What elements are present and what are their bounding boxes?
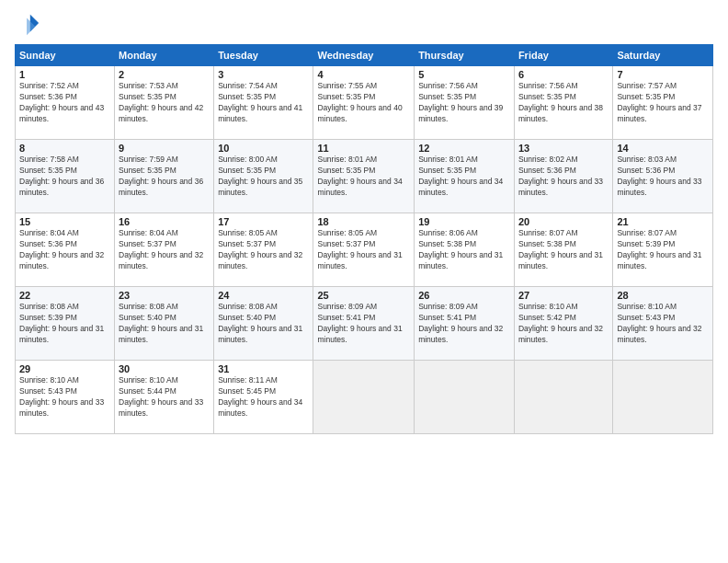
day-cell: 12 Sunrise: 8:01 AM Sunset: 5:35 PM Dayl… (415, 140, 515, 213)
day-cell: 31 Sunrise: 8:11 AM Sunset: 5:45 PM Dayl… (214, 361, 313, 434)
day-number: 16 (119, 216, 210, 227)
column-header-sunday: Sunday (16, 45, 115, 66)
day-info: Sunrise: 7:54 AM Sunset: 5:35 PM Dayligh… (218, 81, 309, 125)
day-number: 14 (617, 143, 709, 154)
day-number: 9 (119, 143, 210, 154)
day-cell: 28 Sunrise: 8:10 AM Sunset: 5:43 PM Dayl… (613, 287, 713, 361)
column-header-thursday: Thursday (415, 45, 515, 66)
day-info: Sunrise: 8:10 AM Sunset: 5:43 PM Dayligh… (617, 302, 709, 346)
day-number: 12 (418, 143, 510, 154)
day-number: 25 (317, 290, 410, 301)
day-info: Sunrise: 8:05 AM Sunset: 5:37 PM Dayligh… (218, 228, 309, 272)
day-info: Sunrise: 8:07 AM Sunset: 5:39 PM Dayligh… (617, 228, 709, 272)
day-info: Sunrise: 8:06 AM Sunset: 5:38 PM Dayligh… (418, 228, 510, 272)
day-cell: 25 Sunrise: 8:09 AM Sunset: 5:41 PM Dayl… (313, 287, 415, 361)
day-number: 29 (19, 363, 110, 374)
day-number: 18 (317, 216, 410, 227)
day-info: Sunrise: 8:08 AM Sunset: 5:40 PM Dayligh… (119, 302, 210, 346)
day-info: Sunrise: 7:55 AM Sunset: 5:35 PM Dayligh… (317, 81, 410, 125)
day-cell: 16 Sunrise: 8:04 AM Sunset: 5:37 PM Dayl… (115, 213, 214, 287)
day-cell: 29 Sunrise: 8:10 AM Sunset: 5:43 PM Dayl… (16, 361, 115, 434)
day-info: Sunrise: 7:56 AM Sunset: 5:35 PM Dayligh… (518, 81, 609, 125)
day-cell: 26 Sunrise: 8:09 AM Sunset: 5:41 PM Dayl… (415, 287, 515, 361)
week-row-3: 15 Sunrise: 8:04 AM Sunset: 5:36 PM Dayl… (16, 213, 713, 287)
day-number: 1 (19, 69, 110, 80)
calendar: SundayMondayTuesdayWednesdayThursdayFrid… (15, 44, 713, 434)
day-cell: 18 Sunrise: 8:05 AM Sunset: 5:37 PM Dayl… (313, 213, 415, 287)
day-number: 10 (218, 143, 309, 154)
week-row-5: 29 Sunrise: 8:10 AM Sunset: 5:43 PM Dayl… (16, 361, 713, 434)
day-info: Sunrise: 8:01 AM Sunset: 5:35 PM Dayligh… (418, 155, 510, 199)
day-info: Sunrise: 7:56 AM Sunset: 5:35 PM Dayligh… (418, 81, 510, 125)
day-info: Sunrise: 8:02 AM Sunset: 5:36 PM Dayligh… (518, 155, 609, 199)
header (15, 11, 713, 37)
calendar-body: 1 Sunrise: 7:52 AM Sunset: 5:36 PM Dayli… (16, 66, 713, 434)
column-header-saturday: Saturday (613, 45, 713, 66)
day-number: 26 (418, 290, 510, 301)
day-number: 23 (119, 290, 210, 301)
day-cell: 30 Sunrise: 8:10 AM Sunset: 5:44 PM Dayl… (115, 361, 214, 434)
day-number: 8 (19, 143, 110, 154)
day-info: Sunrise: 8:10 AM Sunset: 5:43 PM Dayligh… (19, 375, 110, 419)
column-header-wednesday: Wednesday (313, 45, 415, 66)
day-info: Sunrise: 8:09 AM Sunset: 5:41 PM Dayligh… (418, 302, 510, 346)
day-cell (514, 361, 612, 434)
day-cell: 24 Sunrise: 8:08 AM Sunset: 5:40 PM Dayl… (214, 287, 313, 361)
week-row-1: 1 Sunrise: 7:52 AM Sunset: 5:36 PM Dayli… (16, 66, 713, 140)
day-number: 3 (218, 69, 309, 80)
day-number: 7 (617, 69, 709, 80)
column-header-monday: Monday (115, 45, 214, 66)
day-info: Sunrise: 8:09 AM Sunset: 5:41 PM Dayligh… (317, 302, 410, 346)
day-info: Sunrise: 8:11 AM Sunset: 5:45 PM Dayligh… (218, 375, 309, 419)
day-info: Sunrise: 7:52 AM Sunset: 5:36 PM Dayligh… (19, 81, 110, 125)
day-cell: 2 Sunrise: 7:53 AM Sunset: 5:35 PM Dayli… (115, 66, 214, 140)
day-number: 4 (317, 69, 410, 80)
day-cell: 11 Sunrise: 8:01 AM Sunset: 5:35 PM Dayl… (313, 140, 415, 213)
day-number: 15 (19, 216, 110, 227)
day-cell: 1 Sunrise: 7:52 AM Sunset: 5:36 PM Dayli… (16, 66, 115, 140)
day-info: Sunrise: 8:00 AM Sunset: 5:35 PM Dayligh… (218, 155, 309, 199)
day-info: Sunrise: 8:10 AM Sunset: 5:44 PM Dayligh… (119, 375, 210, 419)
day-cell: 5 Sunrise: 7:56 AM Sunset: 5:35 PM Dayli… (415, 66, 515, 140)
day-number: 21 (617, 216, 709, 227)
week-row-4: 22 Sunrise: 8:08 AM Sunset: 5:39 PM Dayl… (16, 287, 713, 361)
day-cell (613, 361, 713, 434)
day-cell: 17 Sunrise: 8:05 AM Sunset: 5:37 PM Dayl… (214, 213, 313, 287)
day-cell: 9 Sunrise: 7:59 AM Sunset: 5:35 PM Dayli… (115, 140, 214, 213)
day-cell: 27 Sunrise: 8:10 AM Sunset: 5:42 PM Dayl… (514, 287, 612, 361)
day-info: Sunrise: 8:08 AM Sunset: 5:39 PM Dayligh… (19, 302, 110, 346)
day-number: 11 (317, 143, 410, 154)
day-cell: 21 Sunrise: 8:07 AM Sunset: 5:39 PM Dayl… (613, 213, 713, 287)
day-number: 30 (119, 363, 210, 374)
day-cell (313, 361, 415, 434)
week-row-2: 8 Sunrise: 7:58 AM Sunset: 5:35 PM Dayli… (16, 140, 713, 213)
day-cell: 8 Sunrise: 7:58 AM Sunset: 5:35 PM Dayli… (16, 140, 115, 213)
calendar-header-row: SundayMondayTuesdayWednesdayThursdayFrid… (16, 45, 713, 66)
day-cell: 22 Sunrise: 8:08 AM Sunset: 5:39 PM Dayl… (16, 287, 115, 361)
day-number: 13 (518, 143, 609, 154)
day-info: Sunrise: 8:05 AM Sunset: 5:37 PM Dayligh… (317, 228, 410, 272)
day-number: 24 (218, 290, 309, 301)
day-number: 22 (19, 290, 110, 301)
day-number: 17 (218, 216, 309, 227)
day-number: 2 (119, 69, 210, 80)
day-info: Sunrise: 7:58 AM Sunset: 5:35 PM Dayligh… (19, 155, 110, 199)
day-cell: 23 Sunrise: 8:08 AM Sunset: 5:40 PM Dayl… (115, 287, 214, 361)
day-cell: 15 Sunrise: 8:04 AM Sunset: 5:36 PM Dayl… (16, 213, 115, 287)
day-info: Sunrise: 8:03 AM Sunset: 5:36 PM Dayligh… (617, 155, 709, 199)
day-info: Sunrise: 8:10 AM Sunset: 5:42 PM Dayligh… (518, 302, 609, 346)
column-header-tuesday: Tuesday (214, 45, 313, 66)
day-number: 6 (518, 69, 609, 80)
day-cell: 7 Sunrise: 7:57 AM Sunset: 5:35 PM Dayli… (613, 66, 713, 140)
day-info: Sunrise: 7:53 AM Sunset: 5:35 PM Dayligh… (119, 81, 210, 125)
day-number: 19 (418, 216, 510, 227)
day-number: 5 (418, 69, 510, 80)
day-cell: 19 Sunrise: 8:06 AM Sunset: 5:38 PM Dayl… (415, 213, 515, 287)
day-info: Sunrise: 8:04 AM Sunset: 5:36 PM Dayligh… (19, 228, 110, 272)
logo (15, 11, 44, 37)
day-number: 27 (518, 290, 609, 301)
page: SundayMondayTuesdayWednesdayThursdayFrid… (0, 0, 728, 563)
day-info: Sunrise: 8:08 AM Sunset: 5:40 PM Dayligh… (218, 302, 309, 346)
day-info: Sunrise: 7:59 AM Sunset: 5:35 PM Dayligh… (119, 155, 210, 199)
day-info: Sunrise: 8:01 AM Sunset: 5:35 PM Dayligh… (317, 155, 410, 199)
